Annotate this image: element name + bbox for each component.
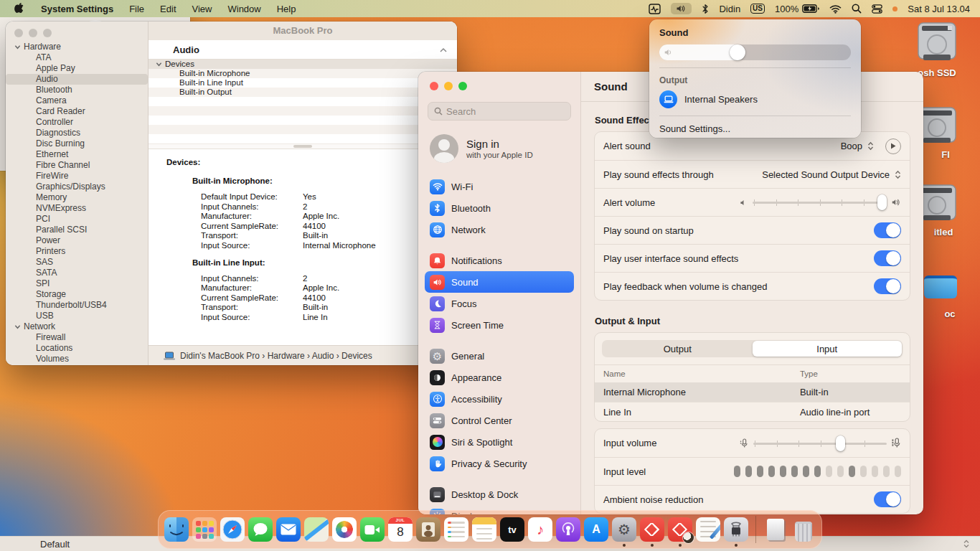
sidebar-item[interactable]: USB [6, 311, 148, 321]
sidebar-item-focus[interactable]: Focus [425, 293, 574, 314]
sound-menu-extra-icon[interactable] [671, 3, 692, 14]
sidebar-item[interactable]: Firewall [6, 332, 148, 343]
popup-chevrons-icon[interactable] [867, 141, 874, 151]
bluetooth-menu-icon[interactable] [702, 4, 709, 14]
alert-volume-slider[interactable] [753, 194, 886, 210]
dock-contacts-icon[interactable] [416, 517, 440, 542]
dock-documents-stack[interactable] [763, 517, 788, 542]
menu-edit[interactable]: Edit [160, 4, 176, 14]
slider-thumb[interactable] [730, 44, 745, 60]
expand-collapse-icon[interactable] [963, 540, 970, 548]
sidebar-item-control-center[interactable]: Control Center [425, 410, 574, 431]
ui-sounds-toggle[interactable] [874, 250, 901, 266]
sidebar-item[interactable]: Parallel SCSI [6, 225, 148, 235]
sidebar-item[interactable]: Locations [6, 343, 148, 354]
dock-finder-icon[interactable] [164, 517, 189, 542]
splitter-handle[interactable] [149, 143, 457, 149]
dock-reminders-icon[interactable] [444, 517, 468, 542]
sidebar-item[interactable]: Fibre Channel [6, 160, 148, 171]
sidebar-item[interactable]: Camera [6, 95, 148, 106]
dock-mail-icon[interactable] [276, 517, 301, 542]
search-input[interactable]: Search [428, 102, 571, 121]
tree-row-built-in-output[interactable]: Built-in Output [149, 88, 457, 97]
dock-safari-icon[interactable] [220, 517, 245, 542]
sidebar-item[interactable]: FireWire [6, 171, 148, 182]
dock-tv-icon[interactable]: tv [500, 517, 524, 542]
apple-logo-icon[interactable] [14, 3, 25, 15]
sidebar-item-sound[interactable]: Sound [425, 271, 574, 293]
devices-group-row[interactable]: Devices [149, 60, 457, 69]
dock-music-icon[interactable]: ♪ [528, 517, 552, 542]
sidebar-item-audio-selected[interactable]: Audio [6, 74, 148, 85]
dock-system-settings-icon[interactable]: ⚙ [612, 517, 636, 542]
sidebar-item[interactable]: Storage [6, 289, 148, 300]
tab-output[interactable]: Output [603, 341, 753, 357]
sidebar-item[interactable]: SPI [6, 278, 148, 289]
volume-slider[interactable] [659, 44, 851, 60]
table-row-line-in[interactable]: Line In Audio line-in port [595, 402, 910, 421]
sidebar-item-screen-time[interactable]: Screen Time [425, 314, 574, 336]
sign-in-item[interactable]: Sign in with your Apple ID [430, 134, 580, 163]
tree-row-built-in-line-input[interactable]: Built-in Line Input [149, 78, 457, 88]
menu-window[interactable]: Window [227, 4, 260, 14]
sidebar-item-accessibility[interactable]: Accessibility [425, 388, 574, 410]
tab-input[interactable]: Input [753, 341, 903, 357]
dock-anydesk-icon[interactable] [640, 517, 664, 542]
spotlight-search-icon[interactable] [852, 4, 862, 14]
ambient-noise-toggle[interactable] [874, 491, 901, 507]
popup-chevrons-icon[interactable] [895, 170, 901, 179]
slider-thumb[interactable] [877, 194, 887, 210]
sidebar-item[interactable]: PCI [6, 214, 148, 225]
dock-launchpad-icon[interactable] [192, 517, 217, 542]
sidebar-item[interactable]: Volumes [6, 354, 148, 364]
sidebar-item-desktop-dock[interactable]: Desktop & Dock [425, 484, 574, 505]
wifi-menu-icon[interactable] [829, 4, 842, 14]
sidebar-item-wifi[interactable]: Wi-Fi [425, 176, 574, 197]
collapse-chevron-icon[interactable] [440, 47, 447, 52]
battery-menu[interactable]: 100% [775, 4, 819, 14]
dock-trash-icon[interactable] [791, 517, 816, 542]
sidebar-item[interactable]: Diagnostics [6, 128, 148, 138]
dock-system-information-icon[interactable] [724, 517, 748, 542]
sidebar-group-network[interactable]: Network [6, 321, 148, 332]
breadcrumb[interactable]: Didin's MacBook Pro › Hardware › Audio ›… [149, 345, 457, 365]
sidebar-item[interactable]: WWAN [6, 364, 148, 365]
sidebar-item[interactable]: Printers [6, 246, 148, 257]
user-menu-label[interactable]: Didin [719, 4, 740, 14]
dock-facetime-icon[interactable] [360, 517, 385, 542]
sound-settings-link[interactable]: Sound Settings... [659, 123, 851, 134]
input-volume-slider[interactable] [753, 435, 887, 451]
startup-sound-toggle[interactable] [874, 222, 901, 238]
dock-photos-icon[interactable] [332, 517, 357, 542]
dock-anydesk-session-icon[interactable] [668, 517, 692, 542]
sidebar-item[interactable]: Ethernet [6, 149, 148, 160]
tree-row-built-in-microphone[interactable]: Built-in Microphone [149, 69, 457, 78]
sidebar-item[interactable]: SATA [6, 268, 148, 278]
sidebar-item[interactable]: Bluetooth [6, 85, 148, 95]
slider-thumb[interactable] [836, 435, 845, 451]
sidebar-group-hardware[interactable]: Hardware [6, 42, 148, 52]
dock-appstore-icon[interactable]: A [584, 517, 608, 542]
play-alert-sound-button[interactable] [885, 138, 901, 154]
sidebar-item[interactable]: Disc Burning [6, 138, 148, 149]
minimize-button[interactable] [444, 82, 453, 90]
menu-file[interactable]: File [129, 4, 144, 14]
sidebar-item[interactable]: Thunderbolt/USB4 [6, 300, 148, 311]
desktop-icon-macintosh-ssd[interactable]: osh SSD [910, 20, 964, 78]
control-center-menu-icon[interactable] [872, 4, 882, 14]
sidebar-item[interactable]: Memory [6, 192, 148, 203]
dock-textedit-icon[interactable] [696, 517, 720, 542]
sidebar-item[interactable]: Card Reader [6, 106, 148, 117]
close-button[interactable] [14, 29, 23, 37]
dock-podcasts-icon[interactable] [556, 517, 580, 542]
dock-maps-icon[interactable] [304, 517, 329, 542]
sidebar-item-notifications[interactable]: Notifications [425, 250, 574, 271]
sidebar-item[interactable]: Graphics/Displays [6, 182, 148, 192]
sidebar-item[interactable]: Controller [6, 117, 148, 128]
activity-monitor-icon[interactable] [649, 4, 661, 14]
alert-sound-popup[interactable]: Boop [841, 141, 862, 151]
sidebar-item-privacy[interactable]: Privacy & Security [425, 453, 574, 474]
volume-feedback-toggle[interactable] [874, 278, 901, 294]
minimize-button[interactable] [29, 29, 37, 37]
sidebar-item[interactable]: Power [6, 235, 148, 246]
